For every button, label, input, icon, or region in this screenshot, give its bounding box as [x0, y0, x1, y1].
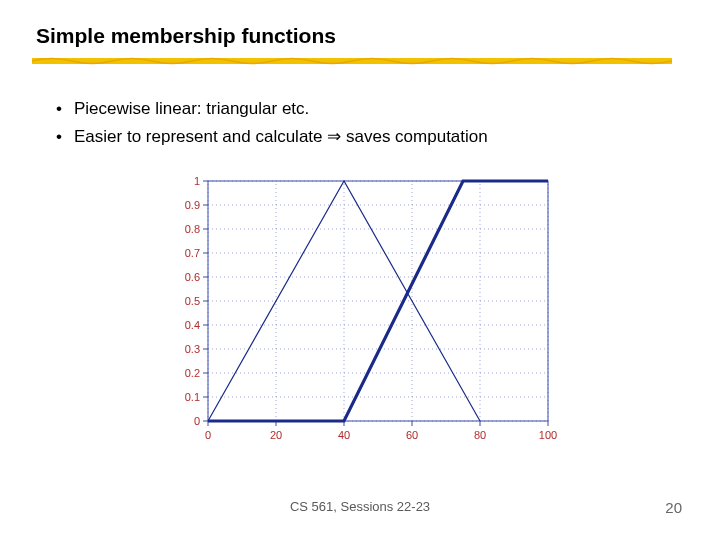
svg-text:20: 20	[270, 429, 282, 441]
svg-text:100: 100	[539, 429, 557, 441]
svg-text:0.2: 0.2	[185, 367, 200, 379]
svg-text:60: 60	[406, 429, 418, 441]
svg-text:1: 1	[194, 175, 200, 187]
svg-text:0.6: 0.6	[185, 271, 200, 283]
svg-text:0.3: 0.3	[185, 343, 200, 355]
svg-text:0.1: 0.1	[185, 391, 200, 403]
membership-chart: 02040608010000.10.20.30.40.50.60.70.80.9…	[160, 169, 560, 449]
svg-text:80: 80	[474, 429, 486, 441]
title-underline	[32, 54, 684, 68]
bullet-item: Piecewise linear: triangular etc.	[56, 96, 684, 122]
slide-footer: CS 561, Sessions 22-23	[0, 499, 720, 514]
svg-text:0.5: 0.5	[185, 295, 200, 307]
svg-text:0: 0	[194, 415, 200, 427]
svg-text:0: 0	[205, 429, 211, 441]
page-number: 20	[665, 499, 682, 516]
bullet-list: Piecewise linear: triangular etc. Easier…	[0, 68, 720, 151]
svg-text:0.9: 0.9	[185, 199, 200, 211]
svg-text:0.7: 0.7	[185, 247, 200, 259]
svg-text:0.4: 0.4	[185, 319, 200, 331]
bullet-item: Easier to represent and calculate ⇒ save…	[56, 124, 684, 150]
svg-text:40: 40	[338, 429, 350, 441]
slide-title: Simple membership functions	[36, 24, 684, 54]
svg-text:0.8: 0.8	[185, 223, 200, 235]
